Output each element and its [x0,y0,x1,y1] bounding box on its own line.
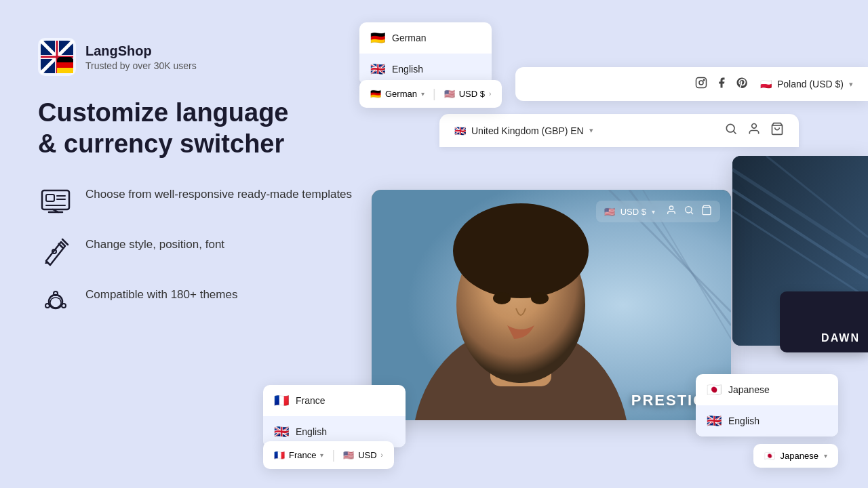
poland-flag-icon: 🇵🇱 [760,79,772,89]
chevron-right-icon: › [489,90,491,98]
chevron-down-icon: ▾ [320,451,323,459]
poland-label: Poland (USD $) [777,79,844,89]
svg-point-46 [686,207,692,213]
english-label-bottom: English [296,426,327,437]
switcher-bar-bottom-left[interactable]: 🇫🇷 France ▾ | 🇺🇸 USD › [263,441,394,469]
svg-point-39 [453,203,589,298]
feature-item-themes: Compatible with 180+ themes [38,284,363,319]
cart-icon-prestige[interactable] [701,205,712,218]
svg-line-26 [62,304,62,305]
german-label: German [392,33,427,43]
uk-icons [724,122,784,139]
svg-point-24 [45,304,50,308]
english-label: English [392,64,423,75]
uk-bar[interactable]: 🇬🇧 United Kingdom (GBP) EN ▾ [439,114,799,147]
usd-currency-item[interactable]: 🇺🇸 USD › [343,450,383,460]
switcher-currency-item[interactable]: 🇺🇸 USD $ › [444,89,492,99]
templates-icon [38,184,73,219]
account-icon-prestige[interactable] [666,205,677,218]
dropdown-item-france[interactable]: 🇫🇷 France [263,385,406,416]
poland-bar[interactable]: 🇵🇱 Poland (USD $) ▾ [515,67,868,101]
langshop-logo-icon [38,38,76,76]
english-flag-right-icon: 🇬🇧 [707,413,722,428]
logo-text-block: LangShop Trusted by over 30K users [85,43,197,71]
account-icon[interactable] [747,122,761,139]
themes-icon [38,284,73,319]
uk-flag-icon: 🇬🇧 [454,125,466,136]
chevron-down-icon: ▾ [421,90,425,98]
dropdown-item-german[interactable]: 🇩🇪 German [359,22,492,54]
svg-point-41 [531,292,549,304]
chevron-down-icon: ▾ [652,208,655,216]
social-icons [695,77,748,92]
language-dropdown-bottom-left[interactable]: 🇫🇷 France 🇬🇧 English [263,385,406,447]
search-icon-prestige[interactable] [684,205,694,218]
logo-subtitle: Trusted by over 30K users [85,60,197,71]
divider: | [433,87,436,101]
usd-switcher-bar[interactable]: 🇺🇸 USD $ ▾ [596,201,720,222]
logo-row: LangShop Trusted by over 30K users [38,38,363,76]
svg-point-40 [493,292,511,304]
main-heading: Customize language& currency switcher [38,98,363,159]
feature-text-themes: Compatible with 180+ themes [85,284,237,303]
pinterest-icon[interactable] [736,77,748,92]
svg-point-45 [669,206,673,209]
france-label: France [296,395,326,406]
usd-bar-label: USD [358,450,376,460]
feature-list: Choose from well-responsive ready-made t… [38,184,363,319]
switcher-currency-label: USD $ [459,89,485,99]
switcher-bar-top-left[interactable]: 🇩🇪 German ▾ | 🇺🇸 USD $ › [359,80,502,108]
search-icon[interactable] [724,122,738,139]
german-flag-icon: 🇩🇪 [370,30,385,45]
dropdown-item-japanese[interactable]: 🇯🇵 Japanese [696,374,838,405]
dawn-card: DAWN [780,291,868,352]
divider: | [332,448,335,462]
svg-rect-9 [57,62,73,68]
usd-label: USD $ [620,207,646,217]
us-flag-small: 🇺🇸 [604,207,615,217]
english-flag-bottom-icon: 🇬🇧 [274,424,289,439]
japanese-flag-icon: 🇯🇵 [707,382,722,397]
japanese-label: Japanese [728,384,770,395]
feature-item-templates: Choose from well-responsive ready-made t… [38,184,363,219]
usd-icons [666,205,712,218]
svg-line-32 [734,131,736,134]
uk-selector[interactable]: 🇬🇧 United Kingdom (GBP) EN ▾ [454,125,593,136]
svg-rect-10 [57,68,73,73]
uk-label: United Kingdom (GBP) EN [471,125,584,136]
prestige-image: 🇺🇸 USD $ ▾ PRESTIGE [372,190,731,420]
poland-selector[interactable]: 🇵🇱 Poland (USD $) ▾ [760,79,853,89]
svg-rect-28 [696,78,706,88]
svg-point-29 [699,81,703,85]
switcher-german-flag: 🇩🇪 [370,89,381,99]
feature-text-style: Change style, position, font [85,234,224,253]
svg-point-30 [703,79,705,81]
switcher-lang-label: German [385,89,417,99]
feature-item-style: Change style, position, font [38,234,363,269]
svg-point-33 [752,124,757,129]
svg-point-23 [62,304,66,308]
chevron-down-icon: ▾ [824,452,827,460]
logo-title: LangShop [85,43,197,59]
language-dropdown-bottom-right[interactable]: 🇯🇵 Japanese 🇬🇧 English [696,374,838,436]
switcher-lang-item[interactable]: 🇩🇪 German ▾ [370,89,425,99]
svg-line-27 [49,304,50,305]
france-flag-bar-icon: 🇫🇷 [274,450,285,460]
france-lang-item[interactable]: 🇫🇷 France ▾ [274,450,323,460]
chevron-down-icon: ▾ [849,80,853,89]
svg-point-21 [49,295,62,308]
svg-point-31 [726,124,734,132]
switcher-usd-flag: 🇺🇸 [444,89,455,99]
facebook-icon[interactable] [715,77,728,92]
language-dropdown-top[interactable]: 🇩🇪 German 🇬🇧 English [359,22,492,85]
dropdown-item-english-right[interactable]: 🇬🇧 English [696,405,838,436]
usd-flag-bar-icon: 🇺🇸 [343,450,354,460]
switcher-bar-bottom-right[interactable]: 🇯🇵 Japanese ▾ [753,444,838,468]
chevron-right-icon: › [381,451,383,459]
cart-icon[interactable] [770,122,784,139]
dawn-label: DAWN [821,332,860,344]
left-section: LangShop Trusted by over 30K users Custo… [38,38,363,319]
instagram-icon[interactable] [695,77,707,92]
france-bar-label: France [289,450,316,460]
japanese-bar-label: Japanese [781,451,818,461]
